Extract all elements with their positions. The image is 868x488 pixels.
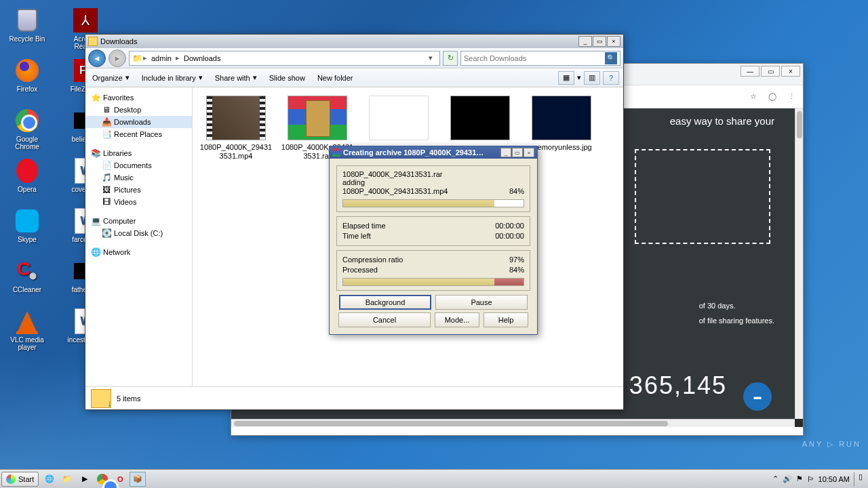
nav-desktop[interactable]: 🖥Desktop xyxy=(85,104,192,116)
slideshow-button[interactable]: Slide show xyxy=(267,73,308,83)
nav-videos[interactable]: 🎞Videos xyxy=(85,196,192,208)
tb-explorer[interactable]: 📁 xyxy=(59,472,75,487)
chevron-down-icon[interactable]: ▾ xyxy=(425,54,437,62)
help-button[interactable]: ? xyxy=(603,71,619,85)
headline: easy way to share your xyxy=(670,115,774,127)
winrar-icon xyxy=(332,148,340,157)
scrollbar-vertical[interactable] xyxy=(795,108,803,419)
titlebar[interactable]: Downloads _ ▭ × xyxy=(85,35,623,48)
nav-recent[interactable]: 📑Recent Places xyxy=(85,128,192,140)
folder-icon xyxy=(91,389,111,408)
network-group[interactable]: 🌐Network xyxy=(85,246,192,258)
start-button[interactable]: Start xyxy=(1,472,39,487)
background-button[interactable]: Background xyxy=(339,295,431,310)
share-menu[interactable]: Share with▾ xyxy=(212,72,260,83)
chevron-down-icon[interactable]: ▾ xyxy=(577,73,581,82)
nav-pane: ⭐Favorites 🖥Desktop 📥Downloads 📑Recent P… xyxy=(85,87,193,386)
help-button[interactable]: Help xyxy=(484,312,528,327)
tb-winrar[interactable]: 📦 xyxy=(130,472,146,487)
ratio-value: 97% xyxy=(509,255,524,265)
volume-icon[interactable]: 🔊 xyxy=(783,474,792,483)
titlebar[interactable]: Creating archive 1080P_4000K_29431… _ ▭ … xyxy=(330,146,537,159)
processed-value: 84% xyxy=(509,265,524,275)
favorites-group[interactable]: ⭐Favorites xyxy=(85,92,192,104)
system-tray: ⌃ 🔊 ⚑ 🏳 10:50 AM ▯ xyxy=(772,472,867,486)
icon-label: Skype xyxy=(18,236,37,243)
maximize-button[interactable]: ▭ xyxy=(593,36,606,47)
scrollbar-horizontal[interactable] xyxy=(231,419,795,427)
close-button[interactable]: × xyxy=(607,36,620,47)
feature-text: of 30 days. of file sharing features. xyxy=(699,298,774,328)
action-center-icon[interactable]: ⚑ xyxy=(796,474,803,483)
back-button[interactable]: ◄ xyxy=(88,49,106,67)
elapsed-label: Elapsed time xyxy=(342,221,386,231)
desktop-icon[interactable]: Firefox xyxy=(5,54,49,103)
close-button[interactable]: × xyxy=(781,66,800,77)
search-input[interactable] xyxy=(464,54,605,62)
breadcrumb-downloads[interactable]: Downloads xyxy=(181,54,223,62)
mode-button[interactable]: Mode... xyxy=(435,312,479,327)
winrar-dialog: Creating archive 1080P_4000K_29431… _ ▭ … xyxy=(329,146,538,335)
desktop-icon[interactable]: Skype xyxy=(5,205,49,253)
file-label: 1080P_4000K_294313531.mp4 xyxy=(198,143,274,161)
file-progress xyxy=(342,199,524,207)
libraries-group[interactable]: 📚Libraries xyxy=(85,147,192,159)
preview-pane-button[interactable]: ▥ xyxy=(584,71,600,85)
archive-name: 1080P_4000K_294313531.rar xyxy=(342,170,524,178)
timeleft-label: Time left xyxy=(342,231,371,241)
flag-icon[interactable]: 🏳 xyxy=(807,475,814,483)
breadcrumb[interactable]: 📁 ▸ admin ▸ Downloads ▾ xyxy=(129,51,440,66)
avatar-icon[interactable]: ◯ xyxy=(766,91,778,103)
cancel-button[interactable]: Cancel xyxy=(338,312,431,327)
tb-ie[interactable]: 🌐 xyxy=(41,472,58,487)
taskbar: Start 🌐 📁 ▶ O 📦 ⌃ 🔊 ⚑ 🏳 10:50 AM ▯ xyxy=(0,469,868,488)
dialog-title: Creating archive 1080P_4000K_29431… xyxy=(343,148,484,157)
desktop-icon[interactable]: CCleaner xyxy=(5,255,49,304)
clock[interactable]: 10:50 AM xyxy=(818,475,850,483)
pause-button[interactable]: Pause xyxy=(435,295,528,310)
menu-icon[interactable]: ⋮ xyxy=(785,91,797,103)
nav-music[interactable]: 🎵Music xyxy=(85,171,192,184)
view-button[interactable]: ▦ xyxy=(558,71,574,85)
refresh-button[interactable]: ↻ xyxy=(443,51,458,66)
total-progress xyxy=(342,278,524,286)
icon-label: Opera xyxy=(18,186,37,193)
newfolder-button[interactable]: New folder xyxy=(315,73,356,83)
file-item[interactable]: 1080P_4000K_294313531.mp4 xyxy=(198,93,274,163)
organize-menu[interactable]: Organize▾ xyxy=(90,72,132,83)
computer-group[interactable]: 💻Computer xyxy=(85,215,192,227)
minimize-button[interactable]: _ xyxy=(500,148,511,157)
show-desktop[interactable]: ▯ xyxy=(854,472,863,486)
action-label: adding xyxy=(342,178,524,186)
icon-label: Google Chrome xyxy=(5,136,49,150)
search-box[interactable]: 🔍 xyxy=(460,51,620,66)
close-button[interactable]: × xyxy=(524,148,534,157)
folder-icon xyxy=(88,37,98,46)
file-label: memoryunless.jpg xyxy=(531,143,591,152)
tb-media[interactable]: ▶ xyxy=(77,472,93,487)
minimize-button[interactable]: — xyxy=(741,66,760,77)
drop-zone[interactable] xyxy=(635,149,770,244)
tray-expand[interactable]: ⌃ xyxy=(772,474,778,483)
windows-icon xyxy=(6,474,16,484)
desktop-icon[interactable]: Opera xyxy=(5,155,49,203)
nav-documents[interactable]: 📄Documents xyxy=(85,159,192,171)
maximize-button[interactable]: ▭ xyxy=(512,148,523,157)
desktop-icon[interactable]: Google Chrome xyxy=(5,104,49,153)
maximize-button[interactable]: ▭ xyxy=(761,66,780,77)
minimize-button[interactable]: _ xyxy=(578,36,592,47)
breadcrumb-admin[interactable]: admin xyxy=(149,54,174,62)
include-menu[interactable]: Include in library▾ xyxy=(139,72,205,83)
chat-icon[interactable]: ▬ xyxy=(743,382,772,411)
search-icon[interactable]: 🔍 xyxy=(605,52,617,64)
tb-chrome[interactable] xyxy=(94,472,111,487)
nav-localdisk[interactable]: 💽Local Disk (C:) xyxy=(85,227,192,239)
star-icon[interactable]: ☆ xyxy=(747,91,760,103)
nav-pictures[interactable]: 🖼Pictures xyxy=(85,184,192,196)
current-file: 1080P_4000K_294313531.mp4 xyxy=(342,186,448,197)
forward-button[interactable]: ► xyxy=(108,49,126,67)
desktop-icon[interactable]: Recycle Bin xyxy=(5,4,49,53)
file-percent: 84% xyxy=(509,186,524,197)
desktop-icon[interactable]: VLC media player xyxy=(5,305,49,354)
nav-downloads[interactable]: 📥Downloads xyxy=(85,116,192,128)
